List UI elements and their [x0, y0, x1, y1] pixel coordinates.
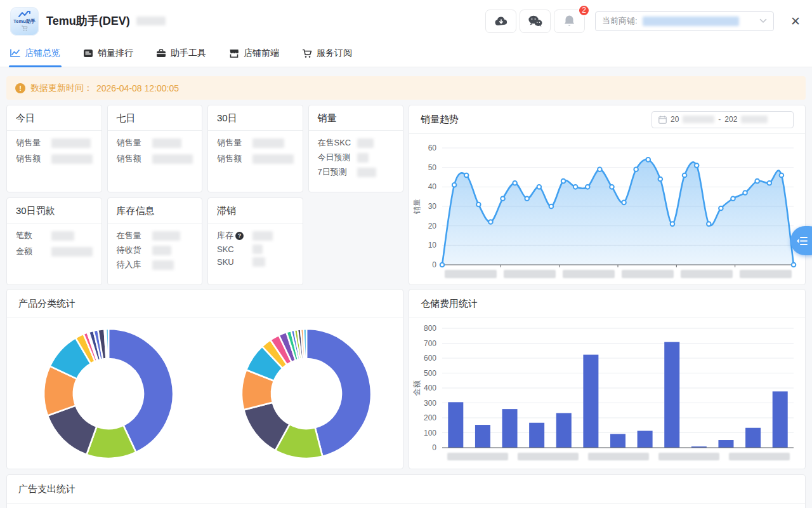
stat-label: SKC: [217, 244, 252, 254]
wechat-button[interactable]: [520, 10, 551, 33]
redacted-store-name: [643, 17, 739, 26]
cloud-download-icon: [494, 16, 508, 27]
redacted-value: [357, 153, 369, 163]
tab-label: 服务订阅: [317, 48, 352, 59]
calendar-icon: [658, 116, 667, 124]
header-button-group: 2: [485, 10, 585, 33]
logo-cart-icon: [21, 25, 28, 31]
outdent-icon: [796, 236, 808, 246]
wechat-icon: [528, 15, 543, 27]
svg-text:0: 0: [432, 260, 436, 269]
stat-card-sales: 销量 在售SKC 今日预测 7日预测: [308, 105, 404, 192]
svg-text:40: 40: [428, 182, 437, 191]
stat-label: 7日预测: [318, 166, 357, 178]
stat-label: 今日预测: [318, 152, 357, 163]
tab-sales-ranking[interactable]: 销量排行: [82, 42, 134, 67]
close-button[interactable]: ✕: [790, 15, 801, 27]
date-range-picker[interactable]: 20 - 202: [652, 111, 794, 128]
redacted-value: [357, 168, 376, 177]
redacted-value: [152, 231, 180, 241]
storage-fees-chart: 0100200300400500600700800金额: [409, 318, 805, 468]
redacted-value: [252, 244, 263, 254]
dashboard-content: ! 数据更新时间： 2026-04-08 12:00:05 今日 销售量 销售额: [0, 67, 812, 508]
temu-assistant-window: Temu助手 Temu助手(DEV): [0, 0, 812, 508]
left-column: 今日 销售量 销售额 七日 销售量 销售额: [6, 105, 403, 469]
redacted-value: [152, 138, 181, 148]
card-title: 七日: [108, 105, 202, 131]
svg-text:50: 50: [428, 163, 437, 172]
tab-label: 店铺总览: [25, 48, 60, 59]
svg-text:20: 20: [428, 222, 437, 231]
redacted-value: [357, 138, 374, 148]
notifications-button[interactable]: 2: [554, 10, 585, 33]
redacted-value: [152, 246, 171, 255]
stat-card-slow-moving: 滞销 库存 ? SKC SKU: [207, 197, 303, 285]
logo-chart-icon: [18, 11, 31, 18]
panel-title: 销量趋势: [421, 114, 459, 126]
data-update-notice: ! 数据更新时间： 2026-04-08 12:00:05: [6, 76, 806, 100]
svg-text:200: 200: [424, 413, 436, 422]
category-donut-right: [205, 318, 403, 468]
stat-label: 销售额: [117, 153, 152, 164]
nav-tabbar: 店铺总览 销量排行 助手工具 店铺前端: [0, 42, 812, 67]
store-selector[interactable]: 当前商铺:: [595, 11, 774, 31]
redacted-value: [252, 257, 265, 267]
stat-label: 金额: [16, 246, 51, 257]
notice-timestamp: 2026-04-08 12:00:05: [96, 83, 179, 93]
panel-title: 仓储费用统计: [421, 298, 478, 310]
redacted-title-suffix: [136, 17, 166, 25]
svg-text:30: 30: [428, 202, 437, 211]
tab-store-overview[interactable]: 店铺总览: [9, 42, 62, 67]
panel-title: 产品分类统计: [18, 298, 75, 310]
storefront-icon: [229, 49, 239, 58]
card-title: 滞销: [208, 198, 303, 224]
redacted-value: [51, 231, 74, 241]
card-title: 销量: [309, 105, 403, 131]
chevron-down-icon: [759, 18, 767, 23]
svg-text:800: 800: [424, 324, 436, 333]
redacted-value: [51, 247, 93, 257]
stat-label: 笔数: [16, 230, 51, 241]
tab-service-subscription[interactable]: 服务订阅: [301, 42, 353, 67]
tab-label: 店铺前端: [244, 48, 279, 59]
stat-cards-grid: 今日 销售量 销售额 七日 销售量 销售额: [6, 105, 403, 285]
stat-label: 销售量: [217, 137, 252, 149]
svg-text:100: 100: [424, 429, 436, 438]
date-end: 202: [724, 115, 737, 124]
stat-label: 待收货: [117, 244, 152, 256]
tab-label: 销量排行: [98, 48, 133, 59]
right-column: 销量趋势 20 - 202: [409, 105, 806, 469]
stat-label: 在售SKC: [318, 137, 357, 149]
panel-title: 广告支出统计: [18, 483, 75, 495]
stat-label: 待入库: [117, 259, 152, 271]
date-start: 20: [671, 115, 679, 124]
tab-assistant-tools[interactable]: 助手工具: [155, 42, 207, 67]
storage-fees-panel: 仓储费用统计 0100200300400500600700800金额: [409, 289, 806, 469]
store-selector-label: 当前商铺:: [602, 15, 638, 27]
sales-trend-panel: 销量趋势 20 - 202: [409, 105, 806, 285]
help-icon[interactable]: ?: [235, 232, 244, 240]
svg-text:0: 0: [432, 443, 436, 452]
redacted-value: [51, 154, 93, 164]
ad-spend-panel: 广告支出统计: [6, 474, 806, 508]
app-title: Temu助手(DEV): [46, 13, 130, 29]
stat-card-penalty: 30日罚款 笔数 金额: [6, 197, 102, 285]
card-title: 30日: [208, 105, 303, 131]
category-donut-left: [7, 318, 205, 468]
toolbox-icon: [156, 49, 166, 58]
stat-card-today: 今日 销售量 销售额: [6, 105, 102, 192]
bell-icon: [563, 15, 575, 27]
svg-text:500: 500: [424, 369, 436, 378]
redacted-value: [152, 154, 193, 164]
redacted-value: [252, 231, 273, 241]
svg-text:300: 300: [424, 399, 436, 408]
redacted-value: [152, 260, 174, 270]
download-button[interactable]: [485, 10, 516, 33]
tab-store-frontend[interactable]: 店铺前端: [228, 42, 280, 67]
redacted-date-end: [741, 116, 768, 123]
redacted-value: [252, 138, 284, 148]
cart-icon: [302, 49, 312, 58]
svg-text:400: 400: [424, 384, 436, 392]
svg-text:60: 60: [428, 144, 437, 152]
sales-trend-chart: 0102030405060销量: [409, 134, 805, 284]
